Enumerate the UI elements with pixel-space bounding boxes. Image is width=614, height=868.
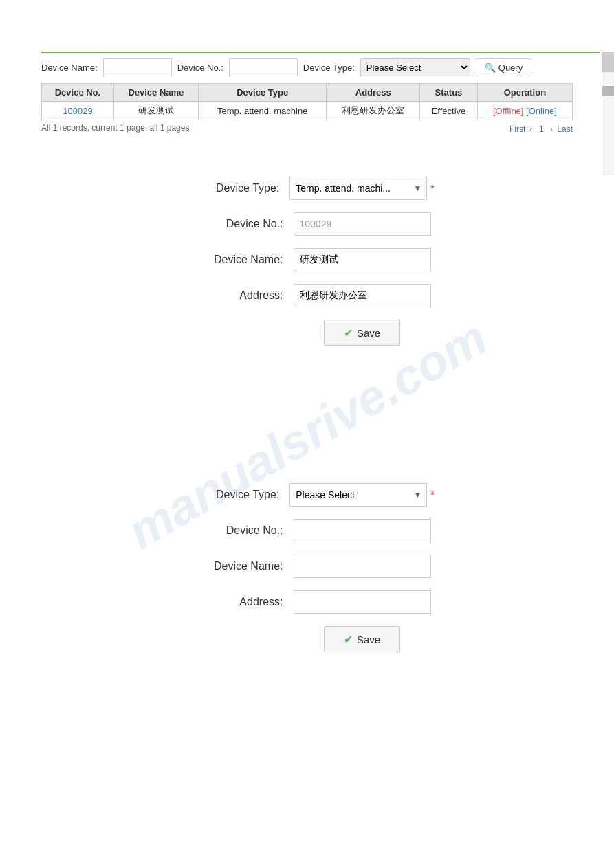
pagination-prev: ‹ bbox=[530, 124, 533, 134]
cell-operation: [Offline] [Online] bbox=[477, 102, 572, 120]
col-operation: Operation bbox=[477, 84, 572, 102]
add-device-type-select[interactable]: Please Select bbox=[289, 483, 427, 507]
col-device-name: Device Name bbox=[113, 84, 198, 102]
device-no-link[interactable]: 100029 bbox=[63, 106, 92, 116]
add-device-name-input[interactable] bbox=[294, 555, 431, 578]
query-button-label: Query bbox=[498, 63, 523, 73]
pagination-first[interactable]: First bbox=[509, 124, 525, 134]
add-device-no-input[interactable] bbox=[294, 519, 431, 542]
table-body: 100029 研发测试 Temp. attend. machine 利恩研发办公… bbox=[42, 102, 573, 120]
edit-device-type-label: Device Type: bbox=[179, 182, 289, 194]
device-name-label: Device Name: bbox=[41, 63, 98, 73]
device-no-input[interactable] bbox=[229, 58, 298, 76]
pagination: First ‹ 1 › Last bbox=[509, 124, 573, 134]
main-content: Device Name: Device No.: Device Type: Pl… bbox=[0, 0, 614, 707]
edit-device-no-label: Device No.: bbox=[184, 218, 294, 230]
cell-address: 利恩研发办公室 bbox=[327, 102, 420, 120]
add-address-input[interactable] bbox=[294, 590, 431, 614]
edit-device-name-input[interactable] bbox=[294, 248, 431, 271]
add-device-type-wrapper: Please Select ▼ bbox=[289, 483, 427, 507]
edit-device-no-row: Device No.: bbox=[41, 212, 573, 236]
add-device-name-row: Device Name: bbox=[41, 555, 573, 578]
search-bar: Device Name: Device No.: Device Type: Pl… bbox=[41, 58, 573, 76]
add-address-label: Address: bbox=[184, 596, 294, 608]
add-save-label: Save bbox=[357, 634, 380, 645]
edit-address-row: Address: bbox=[41, 284, 573, 307]
add-device-name-label: Device Name: bbox=[184, 560, 294, 572]
add-device-no-label: Device No.: bbox=[184, 524, 294, 537]
edit-address-label: Address: bbox=[184, 289, 294, 302]
col-status: Status bbox=[420, 84, 478, 102]
edit-save-label: Save bbox=[357, 327, 380, 339]
edit-device-name-row: Device Name: bbox=[41, 248, 573, 271]
edit-device-name-label: Device Name: bbox=[184, 254, 294, 266]
table-row: 100029 研发测试 Temp. attend. machine 利恩研发办公… bbox=[42, 102, 573, 120]
required-star-add-device-type: * bbox=[430, 489, 434, 500]
scrollbar-thumb2[interactable] bbox=[602, 86, 614, 96]
cell-device-no: 100029 bbox=[42, 102, 114, 120]
col-address: Address bbox=[327, 84, 420, 102]
pagination-next: › bbox=[550, 124, 553, 134]
table-header: Device No. Device Name Device Type Addre… bbox=[42, 84, 573, 102]
edit-device-type-wrapper: Temp. attend. machi... ▼ bbox=[289, 177, 427, 200]
device-name-input[interactable] bbox=[103, 58, 172, 76]
device-no-label: Device No.: bbox=[177, 63, 223, 73]
scrollbar-area[interactable] bbox=[602, 52, 614, 175]
table-header-row: Device No. Device Name Device Type Addre… bbox=[42, 84, 573, 102]
edit-device-type-row: Device Type: Temp. attend. machi... ▼ * bbox=[41, 177, 573, 200]
add-save-row: ✔ Save bbox=[41, 626, 573, 652]
add-save-button[interactable]: ✔ Save bbox=[324, 626, 400, 652]
check-icon-add: ✔ bbox=[344, 633, 353, 646]
required-star-device-type: * bbox=[430, 183, 434, 194]
device-type-search-select[interactable]: Please Select bbox=[360, 58, 470, 76]
edit-form-section: Device Type: Temp. attend. machi... ▼ * … bbox=[41, 177, 573, 346]
device-type-search-label: Device Type: bbox=[303, 63, 355, 73]
cell-device-name: 研发测试 bbox=[113, 102, 198, 120]
edit-address-input[interactable] bbox=[294, 284, 431, 307]
edit-save-button[interactable]: ✔ Save bbox=[324, 320, 400, 346]
add-form-section: Device Type: Please Select ▼ * Device No… bbox=[41, 483, 573, 652]
add-device-type-label: Device Type: bbox=[179, 489, 289, 501]
query-button[interactable]: 🔍 Query bbox=[476, 58, 531, 76]
add-address-row: Address: bbox=[41, 590, 573, 614]
online-link[interactable]: [Online] bbox=[526, 106, 557, 116]
col-device-no: Device No. bbox=[42, 84, 114, 102]
top-border bbox=[41, 52, 600, 53]
edit-save-row: ✔ Save bbox=[41, 320, 573, 346]
edit-device-type-select[interactable]: Temp. attend. machi... bbox=[289, 177, 427, 200]
offline-link[interactable]: [Offline] bbox=[493, 106, 524, 116]
add-device-type-row: Device Type: Please Select ▼ * bbox=[41, 483, 573, 507]
pagination-last[interactable]: Last bbox=[557, 124, 573, 134]
edit-device-no-input[interactable] bbox=[294, 212, 431, 236]
scrollbar-thumb[interactable] bbox=[602, 52, 614, 72]
search-icon: 🔍 bbox=[485, 63, 496, 73]
device-table: Device No. Device Name Device Type Addre… bbox=[41, 83, 573, 120]
add-device-no-row: Device No.: bbox=[41, 519, 573, 542]
check-icon: ✔ bbox=[344, 326, 353, 340]
pagination-current: 1 bbox=[539, 124, 544, 134]
cell-status: Effective bbox=[420, 102, 478, 120]
col-device-type: Device Type bbox=[198, 84, 327, 102]
cell-device-type: Temp. attend. machine bbox=[198, 102, 327, 120]
table-info: All 1 records, current 1 page, all 1 pag… bbox=[41, 123, 189, 133]
